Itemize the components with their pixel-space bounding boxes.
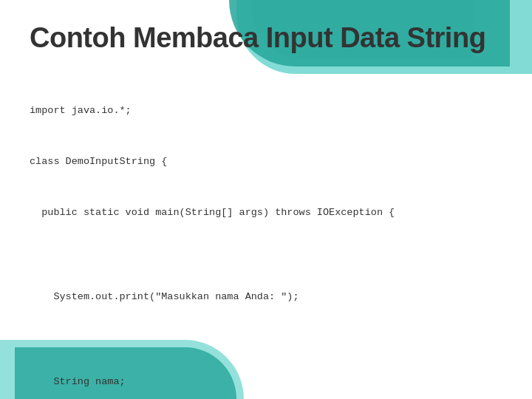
code-line-7: String nama; — [30, 374, 502, 391]
main-content: Contoh Membaca Input Data String import … — [0, 0, 532, 399]
code-line-5: System.out.print("Masukkan nama Anda: ")… — [30, 289, 502, 306]
code-line-2: class DemoInputString { — [30, 154, 502, 171]
code-line-1: import java.io.*; — [30, 103, 502, 120]
code-block: import java.io.*; class DemoInputString … — [30, 69, 502, 399]
page-title: Contoh Membaca Input Data String — [30, 22, 502, 54]
code-line-3: public static void main(String[] args) t… — [30, 205, 502, 222]
